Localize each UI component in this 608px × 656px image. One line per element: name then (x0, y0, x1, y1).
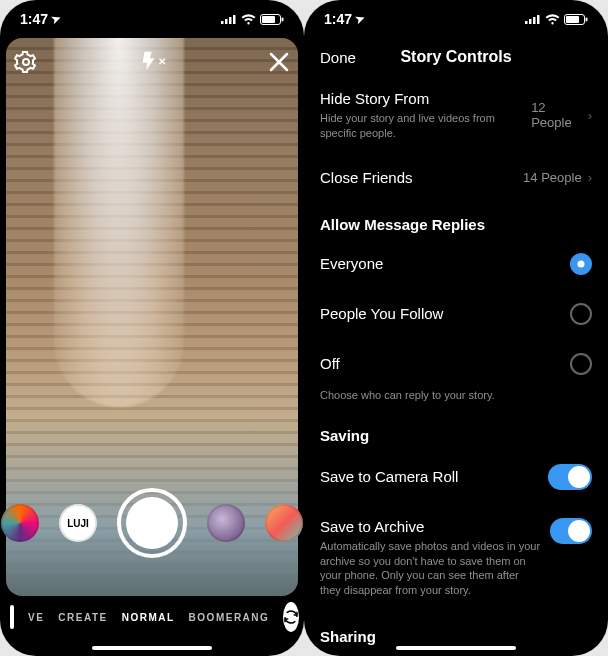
svg-rect-15 (566, 16, 579, 23)
battery-icon (564, 14, 588, 25)
replies-everyone-label: Everyone (320, 255, 383, 272)
replies-helper: Choose who can reply to your story. (304, 389, 608, 411)
settings-list[interactable]: Hide Story From Hide your story and live… (304, 76, 608, 656)
chevron-right-icon: › (588, 170, 592, 185)
save-archive-sub: Automatically save photos and videos in … (320, 539, 542, 598)
save-archive-row[interactable]: Save to Archive Automatically save photo… (304, 504, 608, 612)
svg-rect-10 (525, 21, 528, 24)
signal-icon (221, 14, 237, 24)
home-indicator[interactable] (92, 646, 212, 650)
toggle-on-icon[interactable] (550, 518, 592, 544)
svg-rect-13 (537, 15, 540, 24)
svg-rect-5 (262, 16, 275, 23)
camera-screen: 1:47 ➤ ✕ LUJI VE CREATE NORMAL BOO (0, 0, 304, 656)
camera-mode-strip[interactable]: VE CREATE NORMAL BOOMERANG (0, 602, 304, 632)
effect-thumb[interactable] (265, 504, 303, 542)
effect-thumb[interactable] (1, 504, 39, 542)
wifi-icon (545, 14, 560, 25)
svg-rect-1 (225, 19, 228, 24)
mode-boomerang[interactable]: BOOMERANG (189, 612, 270, 623)
wifi-icon (241, 14, 256, 25)
replies-section-head: Allow Message Replies (304, 200, 608, 239)
effects-carousel[interactable]: LUJI (0, 488, 304, 558)
hide-story-row[interactable]: Hide Story From Hide your story and live… (304, 76, 608, 155)
saving-section-head: Saving (304, 411, 608, 450)
flash-icon[interactable]: ✕ (138, 50, 166, 72)
chevron-right-icon: › (588, 108, 592, 123)
svg-rect-2 (229, 17, 232, 24)
settings-gear-icon[interactable] (14, 50, 38, 74)
svg-point-7 (23, 59, 29, 65)
svg-rect-6 (282, 17, 284, 21)
page-title: Story Controls (400, 48, 511, 66)
radio-icon[interactable] (570, 303, 592, 325)
hide-story-sub: Hide your story and live videos from spe… (320, 111, 523, 141)
location-icon: ➤ (50, 11, 63, 26)
replies-following-row[interactable]: People You Follow (304, 289, 608, 339)
shutter-button[interactable] (117, 488, 187, 558)
switch-camera-icon[interactable] (283, 602, 299, 632)
svg-rect-3 (233, 15, 236, 24)
status-bar: 1:47 ➤ (0, 0, 304, 38)
mode-live[interactable]: VE (28, 612, 44, 623)
replies-everyone-row[interactable]: Everyone (304, 239, 608, 289)
close-icon[interactable] (268, 51, 290, 73)
signal-icon (525, 14, 541, 24)
replies-off-label: Off (320, 355, 340, 372)
hide-story-label: Hide Story From (320, 90, 523, 107)
home-indicator[interactable] (396, 646, 516, 650)
hide-story-value: 12 People (531, 100, 582, 130)
status-time: 1:47 (324, 11, 352, 27)
save-archive-label: Save to Archive (320, 518, 542, 535)
mode-create[interactable]: CREATE (58, 612, 107, 623)
svg-rect-11 (529, 19, 532, 24)
nav-bar: Done Story Controls (304, 38, 608, 76)
close-friends-label: Close Friends (320, 169, 413, 186)
done-button[interactable]: Done (320, 49, 356, 66)
svg-rect-16 (586, 17, 588, 21)
effect-luji[interactable]: LUJI (59, 504, 97, 542)
svg-rect-0 (221, 21, 224, 24)
status-time: 1:47 (20, 11, 48, 27)
location-icon: ➤ (354, 11, 367, 26)
gallery-button[interactable] (10, 605, 14, 629)
status-bar: 1:47 ➤ (304, 0, 608, 38)
replies-off-row[interactable]: Off (304, 339, 608, 389)
radio-icon[interactable] (570, 353, 592, 375)
effect-thumb[interactable] (207, 504, 245, 542)
save-camera-roll-row[interactable]: Save to Camera Roll (304, 450, 608, 504)
toggle-on-icon[interactable] (548, 464, 592, 490)
close-friends-value: 14 People (523, 170, 582, 185)
save-camera-roll-label: Save to Camera Roll (320, 468, 458, 485)
mode-normal[interactable]: NORMAL (122, 612, 175, 623)
svg-rect-12 (533, 17, 536, 24)
story-controls-screen: 1:47 ➤ Done Story Controls Hide Story Fr… (304, 0, 608, 656)
effect-luji-label: LUJI (67, 518, 89, 529)
replies-following-label: People You Follow (320, 305, 443, 322)
battery-icon (260, 14, 284, 25)
close-friends-row[interactable]: Close Friends 14 People › (304, 155, 608, 200)
radio-selected-icon[interactable] (570, 253, 592, 275)
